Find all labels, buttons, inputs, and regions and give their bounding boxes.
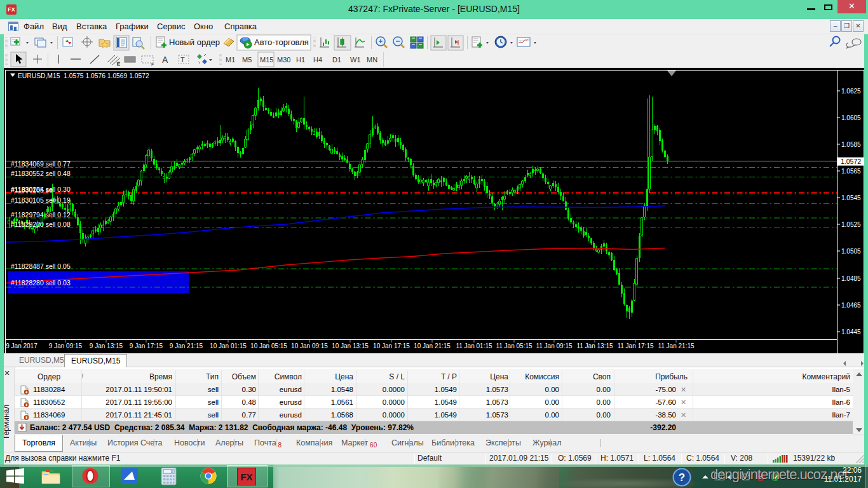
- svg-text:10 Jan 13:15: 10 Jan 13:15: [332, 342, 369, 349]
- svg-text:#11830552 sell 0.48: #11830552 sell 0.48: [11, 170, 71, 177]
- svg-text:1.0485: 1.0485: [841, 275, 861, 282]
- svg-text:Авто-торговля: Авто-торговля: [254, 37, 309, 47]
- svg-text:11 Jan 09:15: 11 Jan 09:15: [536, 342, 573, 349]
- svg-text:F: F: [151, 62, 154, 67]
- svg-text:1.0565: 1.0565: [841, 168, 861, 175]
- svg-text:1.0585: 1.0585: [841, 141, 861, 148]
- svg-text:11 Jan 17:15: 11 Jan 17:15: [617, 342, 654, 349]
- svg-text:10 Jan 05:15: 10 Jan 05:15: [250, 342, 287, 349]
- svg-text:9 Jan 21:15: 9 Jan 21:15: [170, 342, 203, 349]
- svg-text:H1: H1: [296, 56, 305, 64]
- svg-text:9 Jan 2017: 9 Jan 2017: [6, 342, 37, 349]
- svg-text:10 Jan 21:15: 10 Jan 21:15: [414, 342, 451, 349]
- svg-text:1.0545: 1.0545: [841, 194, 861, 201]
- svg-text:MN: MN: [367, 56, 377, 64]
- svg-text:Новый ордер: Новый ордер: [169, 37, 220, 47]
- svg-text:D1: D1: [332, 56, 341, 64]
- svg-text:#11830105 se: #11830105 se: [11, 186, 53, 194]
- svg-text:1.0445: 1.0445: [841, 329, 861, 336]
- svg-text:#11834069 sell 0.77: #11834069 sell 0.77: [11, 160, 71, 168]
- svg-text:M30: M30: [277, 56, 290, 64]
- svg-text:E: E: [117, 62, 120, 66]
- svg-text:M1: M1: [226, 56, 235, 64]
- svg-text:11 Jan 13:15: 11 Jan 13:15: [576, 342, 613, 349]
- svg-text:9 Jan 13:15: 9 Jan 13:15: [90, 342, 123, 349]
- svg-text:#11828280 sell 0.03: #11828280 sell 0.03: [11, 279, 71, 287]
- svg-text:10 Jan 17:15: 10 Jan 17:15: [373, 342, 410, 349]
- svg-text:EURUSD,M15 1.0575 1.0576 1.05: EURUSD,M15 1.0575 1.0576 1.0569 1.0572: [18, 72, 149, 79]
- svg-text:1.0572: 1.0572: [841, 158, 861, 165]
- svg-text:11 Jan 21:15: 11 Jan 21:15: [658, 342, 695, 349]
- svg-text:#11829794 sell 0.12: #11829794 sell 0.12: [11, 211, 71, 219]
- svg-text:M5: M5: [242, 56, 252, 64]
- svg-text:9 Jan 09:15: 9 Jan 09:15: [49, 342, 83, 349]
- svg-text:A: A: [162, 55, 168, 65]
- svg-text:H4: H4: [313, 56, 322, 64]
- svg-text:9 Jan 17:15: 9 Jan 17:15: [130, 342, 163, 349]
- svg-text:1.0465: 1.0465: [841, 302, 861, 309]
- svg-text:1.0625: 1.0625: [841, 88, 861, 95]
- svg-text:10 Jan 09:15: 10 Jan 09:15: [291, 342, 328, 349]
- svg-text:1.0505: 1.0505: [841, 248, 861, 255]
- svg-text:#11828487 sell 0.05: #11828487 sell 0.05: [11, 262, 71, 270]
- svg-text:11 Jan 01:15: 11 Jan 01:15: [456, 342, 492, 349]
- svg-text:11 Jan 05:15: 11 Jan 05:15: [496, 342, 532, 349]
- svg-text:1.0525: 1.0525: [841, 221, 861, 228]
- svg-text:#11830105 sell 0.19: #11830105 sell 0.19: [11, 196, 71, 204]
- svg-text:10 Jan 01:15: 10 Jan 01:15: [210, 342, 247, 349]
- svg-text:0: 0: [171, 470, 173, 473]
- svg-text:W1: W1: [350, 56, 361, 64]
- svg-text:#11829200 sell 0.08: #11829200 sell 0.08: [11, 220, 71, 228]
- svg-text:T: T: [180, 56, 185, 64]
- svg-text:1.0605: 1.0605: [841, 114, 861, 121]
- svg-text:M15: M15: [260, 56, 273, 64]
- svg-text:?: ?: [679, 471, 685, 484]
